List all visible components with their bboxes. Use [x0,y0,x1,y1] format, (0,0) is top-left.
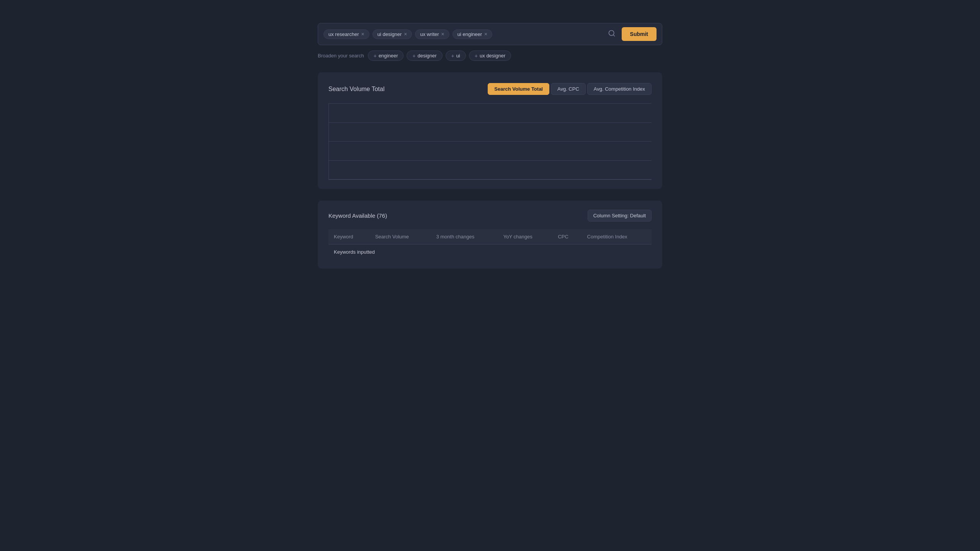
column-setting-button[interactable]: Column Setting: Default [588,210,652,222]
bar-spacer-2 [543,179,552,179]
table-col-header-2: 3 month changes [431,229,498,245]
chart-area [328,103,652,180]
plus-icon-3: + [475,53,478,59]
table-section: Keyword Available (76) Column Setting: D… [318,201,662,269]
tag-label-1: ui designer [377,31,402,37]
tags-container: ux researcher×ui designer×ux writer×ui e… [323,29,605,39]
suggestion-label-0: engineer [379,53,398,59]
broaden-label: Broaden your search [318,53,364,59]
tag-tag-ux-writer: ux writer× [415,29,449,39]
table-header-row: KeywordSearch Volume3 month changesYoY c… [328,229,652,245]
plus-icon-0: + [374,53,377,59]
svg-line-1 [613,35,614,36]
suggestion-tag-1[interactable]: +designer [407,51,442,61]
table-col-header-3: YoY changes [498,229,553,245]
suggestion-label-1: designer [418,53,437,59]
search-bar: ux researcher×ui designer×ux writer×ui e… [318,23,662,45]
suggestion-tag-3[interactable]: +ux designer [469,51,511,61]
suggestion-label-2: ui [456,53,460,59]
tag-close-3[interactable]: × [484,31,487,37]
suggestion-tag-0[interactable]: +engineer [368,51,404,61]
tag-close-1[interactable]: × [404,31,407,37]
table-col-header-1: Search Volume [370,229,431,245]
chart-tabs: Search Volume TotalAvg. CPCAvg. Competit… [488,83,652,95]
tag-tag-ux-researcher: ux researcher× [323,29,369,39]
suggestion-tag-2[interactable]: +ui [446,51,466,61]
table-title: Keyword Available (76) [328,212,387,219]
suggestions-container: +engineer+designer+ui+ux designer [368,51,511,61]
submit-button[interactable]: Submit [622,27,657,41]
suggestion-label-3: ux designer [480,53,505,59]
tag-close-0[interactable]: × [361,31,364,37]
tag-label-0: ux researcher [328,31,359,37]
broaden-row: Broaden your search +engineer+designer+u… [318,51,662,61]
bar-spacer-1 [434,179,444,179]
plus-icon-1: + [412,53,415,59]
table-col-header-4: CPC [552,229,581,245]
chart-tab-1[interactable]: Avg. CPC [551,83,586,95]
plus-icon-2: + [451,53,454,59]
search-section: ux researcher×ui designer×ux writer×ui e… [318,23,662,61]
table-row: Keywords inputted [328,245,652,260]
main-container: ux researcher×ui designer×ux writer×ui e… [318,23,662,269]
keywords-inputted-label: Keywords inputted [328,245,652,260]
data-table: KeywordSearch Volume3 month changesYoY c… [328,229,652,259]
search-button[interactable] [608,29,616,39]
chart-tab-0[interactable]: Search Volume Total [488,83,549,95]
tag-label-3: ui engineer [457,31,482,37]
table-header: Keyword Available (76) Column Setting: D… [328,210,652,222]
chart-bars [329,103,652,179]
tag-tag-ui-engineer: ui engineer× [452,29,493,39]
tag-label-2: ux writer [420,31,439,37]
chart-section: Search Volume Total Search Volume TotalA… [318,72,662,189]
chart-tab-2[interactable]: Avg. Competition Index [587,83,652,95]
chart-header: Search Volume Total Search Volume TotalA… [328,83,652,95]
table-col-header-5: Competition Index [582,229,652,245]
table-col-header-0: Keyword [328,229,370,245]
tag-tag-ui-designer: ui designer× [372,29,412,39]
tag-close-2[interactable]: × [441,31,444,37]
chart-title: Search Volume Total [328,86,384,93]
